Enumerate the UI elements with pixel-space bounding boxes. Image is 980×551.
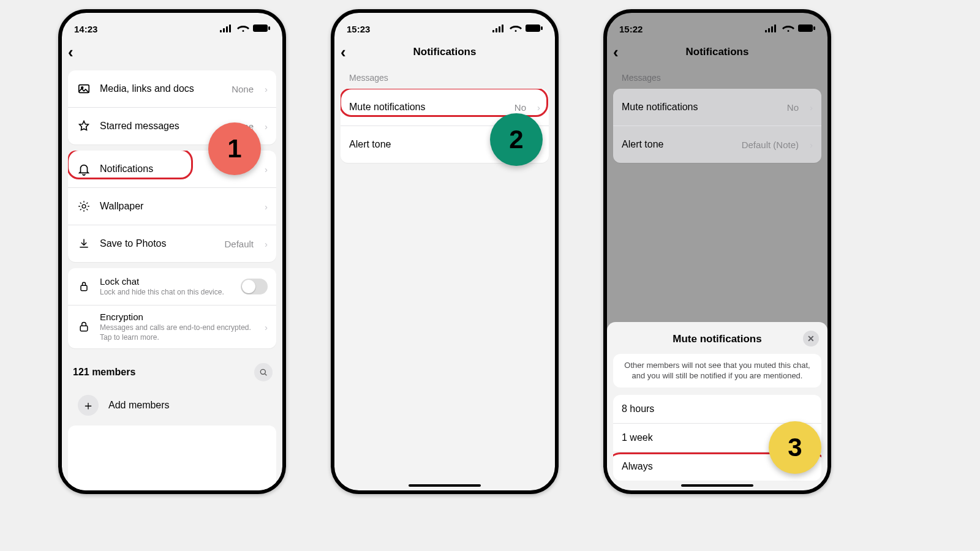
cell-wallpaper[interactable]: Wallpaper ›	[68, 187, 276, 225]
cell-save-photos[interactable]: Save to Photos Default ›	[68, 225, 276, 262]
home-indicator	[681, 484, 753, 487]
starred-label: Starred messages	[100, 121, 223, 132]
svg-rect-1	[223, 28, 225, 32]
media-value: None	[232, 84, 254, 94]
lock-chat-label: Lock chat	[100, 276, 232, 287]
chevron-right-icon: ›	[265, 201, 268, 212]
members-count: 121 members	[73, 367, 135, 378]
sheet-note: Other members will not see that you mute…	[613, 354, 821, 388]
chevron-right-icon: ›	[537, 102, 540, 113]
photo-icon	[77, 81, 91, 96]
star-icon	[77, 119, 91, 133]
svg-rect-2	[226, 26, 228, 32]
bell-icon	[77, 162, 91, 176]
status-time: 14:23	[74, 24, 97, 34]
add-members-row[interactable]: ＋ Add members	[68, 389, 276, 422]
mute-value: No	[787, 102, 799, 113]
mute-label: Mute notifications	[622, 102, 778, 113]
svg-rect-14	[499, 26, 500, 32]
security-group: Lock chat Lock and hide this chat on thi…	[68, 268, 276, 348]
signal-icon	[765, 24, 778, 34]
title: Notifications	[686, 46, 749, 58]
status-bar: 15:22	[607, 13, 827, 40]
step-badge-2: 2	[490, 113, 543, 166]
tone-label: Alert tone	[349, 139, 488, 150]
mute-label: Mute notifications	[349, 102, 506, 113]
tone-label: Alert tone	[622, 139, 733, 150]
svg-rect-13	[496, 28, 497, 32]
cell-media[interactable]: Media, links and docs None ›	[68, 70, 276, 107]
media-label: Media, links and docs	[100, 83, 223, 94]
save-photos-value: Default	[224, 239, 254, 249]
signal-icon	[492, 24, 506, 34]
battery-icon	[526, 24, 543, 34]
chevron-right-icon: ›	[810, 140, 813, 150]
cell-tone: Alert tone Default (Note) ›	[613, 126, 821, 163]
title-bar: ‹	[62, 40, 282, 64]
svg-rect-19	[768, 28, 770, 32]
encryption-label: Encryption	[100, 312, 254, 322]
step-badge-3: 3	[769, 421, 821, 474]
svg-rect-5	[268, 26, 270, 30]
battery-icon	[798, 24, 815, 34]
svg-rect-17	[541, 26, 543, 30]
svg-rect-3	[229, 24, 231, 32]
svg-rect-0	[220, 30, 222, 32]
close-icon: ✕	[807, 334, 815, 343]
chevron-right-icon: ›	[265, 164, 268, 174]
svg-rect-4	[253, 24, 268, 32]
sheet-title: Mute notifications	[673, 333, 761, 345]
back-icon[interactable]: ‹	[68, 44, 74, 60]
option-8-hours[interactable]: 8 hours	[613, 395, 821, 423]
title-bar: ‹ Notifications	[607, 40, 827, 64]
back-icon[interactable]: ‹	[613, 44, 619, 60]
status-time: 15:23	[347, 24, 370, 34]
wifi-icon	[237, 24, 249, 34]
status-right	[220, 24, 270, 34]
svg-rect-18	[765, 30, 767, 32]
lock-chat-toggle[interactable]	[241, 279, 268, 294]
back-icon[interactable]: ‹	[341, 44, 346, 60]
cell-encryption[interactable]: Encryption Messages and calls are end-to…	[68, 305, 276, 348]
encryption-sub: Messages and calls are end-to-end encryp…	[100, 323, 254, 342]
title: Notifications	[413, 46, 477, 58]
battery-icon	[253, 24, 270, 34]
svg-rect-21	[774, 24, 776, 32]
mute-value: No	[514, 102, 526, 113]
wallpaper-icon	[77, 199, 91, 214]
search-icon	[258, 367, 268, 377]
svg-point-8	[82, 204, 86, 208]
members-list-placeholder	[68, 425, 276, 494]
lock-icon	[77, 320, 91, 334]
status-bar: 14:23	[62, 13, 282, 40]
svg-rect-22	[798, 24, 813, 32]
step-badge-1: 1	[208, 122, 261, 175]
chevron-right-icon: ›	[265, 84, 268, 94]
download-icon	[77, 236, 91, 251]
tutorial-three-phones: 14:23 ‹ Media,	[0, 0, 980, 551]
members-header: 121 members	[62, 354, 282, 384]
svg-rect-12	[492, 30, 494, 32]
lock-chat-labelwrap: Lock chat Lock and hide this chat on thi…	[100, 276, 232, 298]
status-time: 15:22	[619, 24, 643, 34]
svg-rect-20	[771, 26, 773, 32]
svg-rect-15	[502, 24, 503, 32]
svg-rect-10	[80, 326, 88, 331]
status-right	[492, 24, 543, 34]
add-members-label: Add members	[108, 400, 170, 411]
svg-rect-16	[526, 24, 540, 32]
sheet-close-button[interactable]: ✕	[803, 331, 819, 347]
cell-lock-chat[interactable]: Lock chat Lock and hide this chat on thi…	[68, 268, 276, 305]
members-search-button[interactable]	[254, 363, 273, 381]
wifi-icon	[782, 24, 794, 34]
phone-2-notifications: 15:23 ‹ Notifications Messages Mute noti…	[331, 9, 559, 494]
chevron-right-icon: ›	[265, 322, 268, 332]
svg-point-11	[260, 370, 265, 375]
signal-icon	[220, 24, 233, 34]
phone-1-chat-settings: 14:23 ‹ Media,	[58, 9, 286, 494]
chevron-right-icon: ›	[265, 239, 268, 249]
svg-rect-23	[813, 26, 815, 30]
section-messages: Messages	[622, 73, 827, 83]
status-right	[765, 24, 815, 34]
svg-rect-9	[81, 285, 87, 290]
